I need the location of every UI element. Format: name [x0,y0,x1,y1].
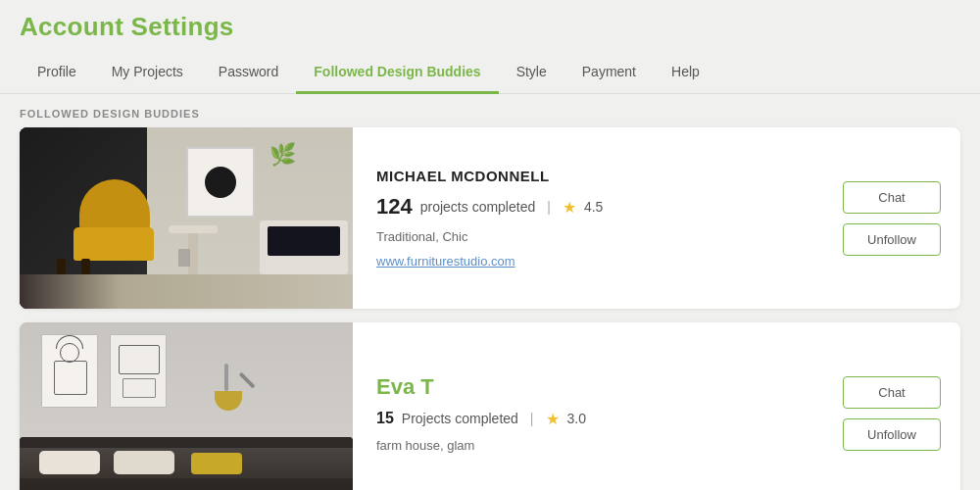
nav-item-help[interactable]: Help [654,50,717,93]
nav-bar: Profile My Projects Password Followed De… [0,50,980,94]
main-content: 🌿 [0,127,980,490]
buddy-card-1: 🌿 [20,127,960,309]
nav-item-my-projects[interactable]: My Projects [94,50,201,93]
page-title: Account Settings [20,12,960,42]
nav-item-followed-design-buddies[interactable]: Followed Design Buddies [296,50,498,93]
nav-item-payment[interactable]: Payment [564,50,654,93]
buddy-card-2: Eva T 15 Projects completed | ★ 3.0 farm… [20,322,960,490]
buddy-2-chat-button[interactable]: Chat [843,376,941,409]
stat-divider-1: | [547,199,551,215]
stat-divider-2: | [530,411,534,426]
nav-item-password[interactable]: Password [201,50,296,93]
buddy-2-tags: farm house, glam [376,438,800,453]
section-label: FOLLOWED DESIGN BUDDIES [0,94,980,127]
nav-item-style[interactable]: Style [499,50,564,93]
buddy-1-rating: 4.5 [584,199,603,215]
buddy-1-chat-button[interactable]: Chat [843,181,941,214]
buddy-card-1-actions: Chat Unfollow [823,127,960,309]
buddy-card-1-info: MICHAEL MCDONNELL 124 projects completed… [353,127,823,309]
buddy-1-project-count: 124 [376,194,413,220]
buddy-2-projects-label: Projects completed [402,411,518,426]
star-icon-1: ★ [563,198,576,217]
page-header: Account Settings [0,0,980,50]
buddy-card-2-info: Eva T 15 Projects completed | ★ 3.0 farm… [353,322,823,490]
buddy-1-stats: 124 projects completed | ★ 4.5 [376,194,800,220]
buddy-1-tags: Traditional, Chic [376,229,800,244]
buddy-1-unfollow-button[interactable]: Unfollow [843,223,941,256]
buddy-2-rating: 3.0 [567,411,586,426]
buddy-card-2-image [20,322,353,490]
buddy-card-1-image: 🌿 [20,127,353,309]
buddy-2-stats: 15 Projects completed | ★ 3.0 [376,410,800,428]
buddy-2-name: Eva T [376,374,800,400]
buddy-card-2-actions: Chat Unfollow [823,322,960,490]
buddy-2-unfollow-button[interactable]: Unfollow [843,418,941,451]
buddy-2-project-count: 15 [376,410,394,427]
buddy-1-projects-label: projects completed [420,199,536,215]
buddy-1-link[interactable]: www.furniturestudio.com [376,254,800,269]
nav-item-profile[interactable]: Profile [20,50,94,93]
buddy-1-name: MICHAEL MCDONNELL [376,168,800,184]
star-icon-2: ★ [546,410,560,428]
